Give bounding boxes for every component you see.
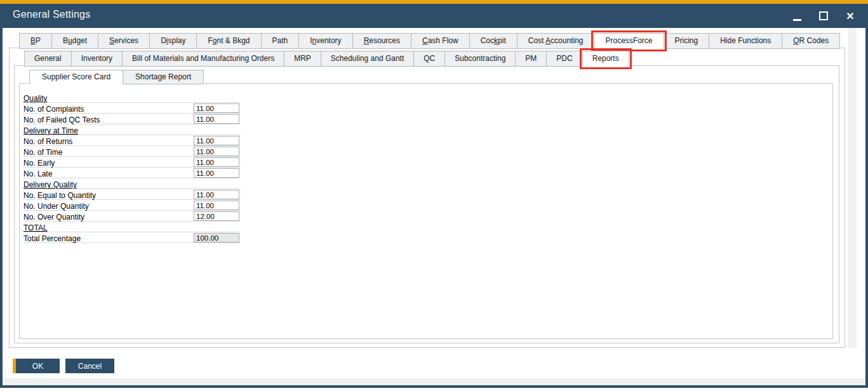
field-label: No. of Time	[23, 148, 62, 157]
section-header-label: Quality	[23, 94, 47, 103]
field-input-total-percentage[interactable]	[194, 233, 239, 242]
tab-supplier-score-card[interactable]: Supplier Score Card	[29, 70, 123, 84]
tab-bp[interactable]: BP	[19, 33, 52, 49]
processforce-tabs-level2: GeneralInventoryBill of Materials and Ma…	[24, 51, 629, 67]
section-header-quality: Quality	[23, 92, 241, 103]
window-title: General Settings	[13, 9, 90, 20]
tab-subcontracting[interactable]: Subcontracting	[444, 51, 516, 67]
ok-button[interactable]: OK	[13, 359, 60, 373]
supplier-score-card-form: QualityNo. of ComplaintsNo. of Failed QC…	[23, 92, 241, 243]
maximize-icon[interactable]	[815, 7, 832, 25]
field-input-no-of-complaints[interactable]	[194, 103, 239, 113]
field-input-no-late[interactable]	[194, 168, 239, 178]
tab-qc[interactable]: QC	[413, 51, 445, 67]
ok-button-label: OK	[32, 362, 43, 371]
field-input-no-early[interactable]	[194, 157, 239, 167]
tab-display[interactable]: Display	[149, 33, 197, 49]
tab-cockpit[interactable]: Cockpit	[469, 33, 517, 49]
form-row-no-of-returns: No. of Returns	[23, 135, 241, 146]
field-label: No. Under Quantity	[23, 202, 89, 211]
tab-font-bkgd[interactable]: Font & Bkgd	[196, 33, 261, 49]
form-row-no-over-quantity: No. Over Quantity	[23, 211, 241, 222]
tab-cost-accounting[interactable]: Cost Accounting	[517, 33, 595, 49]
minimize-glyph	[793, 19, 801, 21]
form-row-no-of-complaints: No. of Complaints	[23, 103, 241, 114]
field-input-no-of-failed-qc-tests[interactable]	[194, 114, 239, 124]
section-header-label: Delivery Quality	[23, 180, 77, 189]
settings-tabs-level1: BPBudgetServicesDisplayFont & BkgdPathIn…	[19, 33, 839, 49]
titlebar: General Settings ✕	[0, 4, 868, 28]
tab-budget[interactable]: Budget	[51, 33, 98, 49]
field-input-no-of-returns[interactable]	[194, 136, 239, 145]
form-row-total-percentage: Total Percentage	[23, 232, 241, 243]
tab-pdc[interactable]: PDC	[546, 51, 582, 67]
maximize-glyph	[819, 11, 828, 20]
tab-scheduling-and-gantt[interactable]: Scheduling and Gantt	[321, 51, 414, 67]
general-settings-window: General Settings ✕ QualityNo. of Complai…	[0, 0, 868, 391]
dialog-body: QualityNo. of ComplaintsNo. of Failed QC…	[0, 28, 868, 388]
form-row-no-under-quantity: No. Under Quantity	[23, 200, 241, 211]
field-input-no-equal-to-quantity[interactable]	[194, 190, 239, 199]
section-header-delivery-at-time: Delivery at Time	[23, 124, 241, 135]
field-input-no-of-time[interactable]	[194, 147, 239, 156]
field-label: No. of Returns	[23, 137, 72, 146]
field-label: Total Percentage	[23, 234, 81, 243]
tab-bill-of-materials-and-manufacturing-orders[interactable]: Bill of Materials and Manufacturing Orde…	[122, 51, 284, 67]
close-icon[interactable]: ✕	[841, 7, 859, 25]
tab-resources[interactable]: Resources	[352, 33, 411, 49]
tab-hide-functions[interactable]: Hide Functions	[709, 33, 782, 49]
tab-general[interactable]: General	[24, 51, 72, 67]
minimize-icon[interactable]	[788, 7, 806, 25]
tab-processforce[interactable]: ProcessForce	[594, 33, 664, 49]
scrollbar-track[interactable]	[848, 28, 857, 348]
tab-mrp[interactable]: MRP	[284, 51, 321, 67]
tab-qr-codes[interactable]: QR Codes	[782, 33, 840, 49]
section-header-label: Delivery at Time	[23, 126, 78, 135]
tab-cash-flow[interactable]: Cash Flow	[411, 33, 470, 49]
tab-reports[interactable]: Reports	[582, 51, 629, 67]
field-label: No. of Failed QC Tests	[23, 116, 100, 124]
tab-pm[interactable]: PM	[515, 51, 547, 67]
form-row-no-early: No. Early	[23, 157, 241, 168]
field-input-no-over-quantity[interactable]	[194, 211, 239, 221]
reports-tabs-level3: Supplier Score CardShortage Report	[29, 70, 203, 84]
section-header-total: TOTAL	[23, 222, 241, 232]
dialog-buttons: OK Cancel	[13, 359, 114, 373]
form-row-no-equal-to-quantity: No. Equal to Quantity	[23, 189, 241, 200]
tab-path[interactable]: Path	[261, 33, 300, 49]
field-label: No. Early	[23, 159, 55, 168]
section-header-delivery-quality: Delivery Quality	[23, 178, 241, 189]
ok-accent-bar	[13, 359, 16, 373]
tab-pricing[interactable]: Pricing	[664, 33, 710, 49]
window-controls: ✕	[788, 4, 859, 28]
tab-services[interactable]: Services	[98, 33, 150, 49]
field-label: No. Late	[23, 169, 52, 178]
tab-shortage-report[interactable]: Shortage Report	[123, 70, 204, 84]
field-label: No. of Complaints	[23, 105, 84, 114]
field-label: No. Over Quantity	[23, 213, 84, 222]
tab-inventory[interactable]: Inventory	[298, 33, 352, 49]
form-row-no-of-failed-qc-tests: No. of Failed QC Tests	[23, 114, 241, 124]
footer-band	[3, 378, 865, 385]
supplier-score-card-panel: QualityNo. of ComplaintsNo. of Failed QC…	[19, 83, 833, 339]
form-row-no-late: No. Late	[23, 168, 241, 178]
field-label: No. Equal to Quantity	[23, 191, 96, 200]
form-row-no-of-time: No. of Time	[23, 146, 241, 157]
field-input-no-under-quantity[interactable]	[194, 201, 239, 210]
tab-inventory[interactable]: Inventory	[71, 51, 123, 67]
cancel-button[interactable]: Cancel	[65, 359, 114, 373]
section-header-label: TOTAL	[23, 223, 48, 232]
